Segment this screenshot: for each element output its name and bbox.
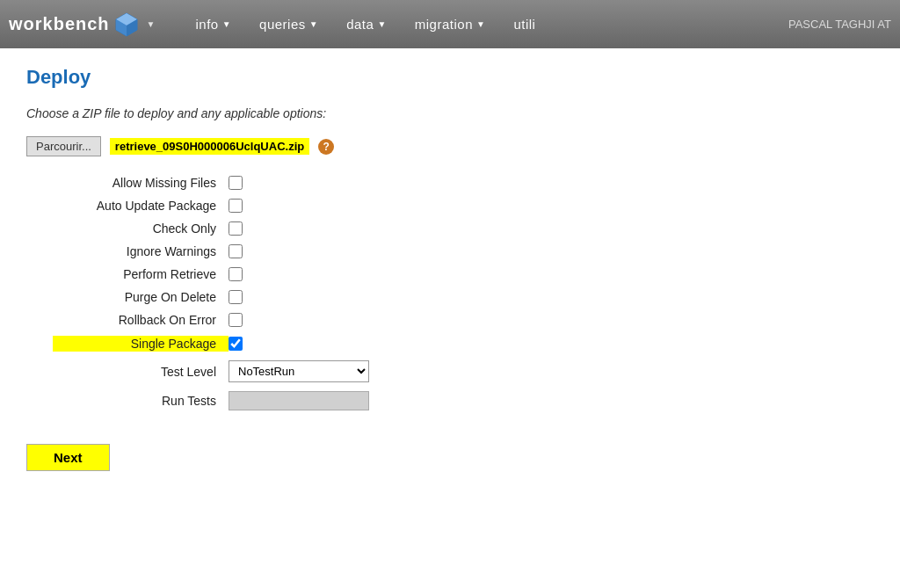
nav-item-queries[interactable]: queries ▼ bbox=[245, 10, 332, 39]
option-label-ignore-warnings: Ignore Warnings bbox=[53, 244, 229, 258]
option-row-purge-delete: Purge On Delete bbox=[53, 290, 874, 304]
option-row-test-level: Test Level NoTestRun RunLocalTests RunAl… bbox=[53, 360, 874, 382]
file-input-row: Parcourir... retrieve_09S0H000006UclqUAC… bbox=[26, 136, 874, 156]
option-label-auto-update: Auto Update Package bbox=[53, 199, 229, 213]
option-row-single-package: Single Package bbox=[53, 336, 874, 352]
option-label-test-level: Test Level bbox=[53, 365, 229, 379]
option-label-check-only: Check Only bbox=[53, 221, 229, 236]
option-row-allow-missing: Allow Missing Files bbox=[53, 176, 874, 190]
option-checkbox-auto-update[interactable] bbox=[229, 199, 243, 213]
option-label-allow-missing: Allow Missing Files bbox=[53, 176, 229, 190]
option-label-purge-delete: Purge On Delete bbox=[53, 290, 229, 304]
help-icon[interactable]: ? bbox=[318, 139, 334, 155]
nav-item-data[interactable]: data ▼ bbox=[332, 10, 401, 39]
page-content: Deploy Choose a ZIP file to deploy and a… bbox=[0, 48, 900, 489]
page-title: Deploy bbox=[26, 66, 874, 89]
run-tests-input bbox=[229, 391, 369, 410]
option-label-run-tests: Run Tests bbox=[53, 394, 229, 408]
info-arrow: ▼ bbox=[222, 19, 231, 29]
option-label-rollback-error: Rollback On Error bbox=[53, 313, 229, 327]
next-button[interactable]: Next bbox=[26, 444, 110, 471]
nav-item-utili[interactable]: utili bbox=[499, 10, 549, 39]
option-row-run-tests: Run Tests bbox=[53, 391, 874, 410]
queries-arrow: ▼ bbox=[309, 19, 318, 29]
option-row-perform-retrieve: Perform Retrieve bbox=[53, 267, 874, 281]
brand[interactable]: workbench ▼ bbox=[9, 11, 155, 38]
option-label-perform-retrieve: Perform Retrieve bbox=[53, 267, 229, 281]
brand-dropdown-arrow[interactable]: ▼ bbox=[147, 19, 156, 29]
data-arrow: ▼ bbox=[377, 19, 386, 29]
option-row-check-only: Check Only bbox=[53, 221, 874, 236]
option-checkbox-rollback-error[interactable] bbox=[229, 313, 243, 327]
cube-icon bbox=[113, 11, 140, 38]
file-name-display: retrieve_09S0H000006UclqUAC.zip bbox=[110, 138, 309, 155]
test-level-select[interactable]: NoTestRun RunLocalTests RunAllTestsInOrg bbox=[229, 360, 369, 382]
option-checkbox-ignore-warnings[interactable] bbox=[229, 244, 243, 258]
nav-item-info[interactable]: info ▼ bbox=[181, 10, 245, 39]
option-row-ignore-warnings: Ignore Warnings bbox=[53, 244, 874, 258]
option-checkbox-perform-retrieve[interactable] bbox=[229, 267, 243, 281]
navbar: workbench ▼ info ▼ queries ▼ data ▼ migr… bbox=[0, 0, 900, 48]
option-row-auto-update: Auto Update Package bbox=[53, 199, 874, 213]
option-label-single-package: Single Package bbox=[53, 336, 229, 352]
user-info: PASCAL TAGHJI AT bbox=[788, 18, 891, 31]
brand-text: workbench bbox=[9, 14, 110, 34]
browse-button[interactable]: Parcourir... bbox=[26, 136, 101, 156]
option-checkbox-single-package[interactable] bbox=[229, 337, 243, 351]
nav-items: info ▼ queries ▼ data ▼ migration ▼ util… bbox=[181, 10, 788, 39]
migration-arrow: ▼ bbox=[476, 19, 485, 29]
page-subtitle: Choose a ZIP file to deploy and any appl… bbox=[26, 106, 874, 120]
option-checkbox-purge-delete[interactable] bbox=[229, 290, 243, 304]
nav-item-migration[interactable]: migration ▼ bbox=[401, 10, 500, 39]
option-checkbox-check-only[interactable] bbox=[229, 221, 243, 236]
option-row-rollback-error: Rollback On Error bbox=[53, 313, 874, 327]
options-table: Allow Missing Files Auto Update Package … bbox=[53, 176, 874, 410]
option-checkbox-allow-missing[interactable] bbox=[229, 176, 243, 190]
